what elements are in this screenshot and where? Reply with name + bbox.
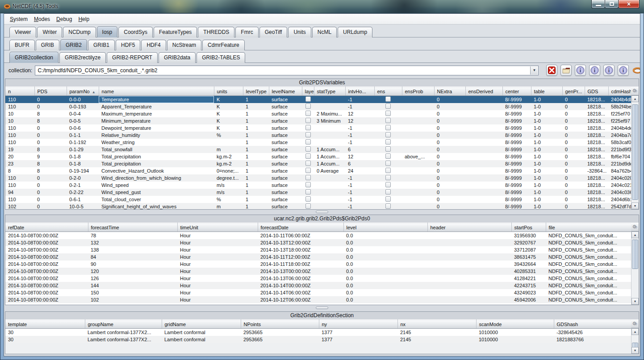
cell[interactable]: Wind_direction_from_which_blowing (99, 174, 214, 182)
cell[interactable]: 0 (562, 167, 585, 174)
divider-handle[interactable] (316, 211, 328, 213)
column-header-ens[interactable]: ens (374, 87, 402, 96)
cell[interactable]: 8/-9999 (502, 103, 531, 110)
column-header-levelname[interactable]: levelName (269, 87, 302, 96)
cell[interactable]: 18218... (585, 174, 608, 182)
checkbox[interactable] (385, 118, 391, 123)
cell[interactable] (465, 146, 502, 153)
tab-grib2collection[interactable]: GRIB2collection (9, 52, 59, 63)
cell[interactable]: 6 (345, 146, 374, 153)
cell[interactable] (314, 124, 345, 132)
cell[interactable] (465, 182, 502, 189)
pds-scrollbar[interactable]: ▲ ▼ (631, 95, 639, 209)
cell[interactable]: 110 (5, 96, 34, 103)
checkbox[interactable] (305, 168, 311, 173)
cell[interactable] (302, 174, 314, 182)
column-header-file[interactable]: file (546, 223, 633, 232)
cell[interactable]: 1-0 (531, 110, 562, 117)
cell[interactable]: 1377 (319, 329, 397, 336)
cell[interactable]: 8 (5, 167, 34, 174)
cell[interactable]: surface (269, 167, 302, 174)
cell[interactable] (374, 189, 402, 196)
cell[interactable]: 8/-9999 (502, 124, 531, 132)
column-header-paramno[interactable]: paramNo▲ (67, 87, 99, 96)
cell[interactable]: 102 (5, 203, 34, 210)
cell[interactable] (314, 182, 345, 189)
table-row[interactable]: 880-19-194Convective_Hazard_Outlook0=non… (5, 167, 634, 174)
scroll-thumb[interactable] (632, 240, 638, 269)
cell[interactable]: 19 (5, 146, 34, 153)
cell[interactable]: 1 (243, 117, 269, 124)
cell[interactable]: 0 (434, 139, 465, 146)
cell[interactable] (374, 96, 402, 103)
close-button[interactable]: × (618, 0, 640, 8)
cell[interactable]: Temperature (99, 96, 214, 103)
restore-button[interactable] (605, 0, 619, 8)
cell[interactable]: 58b2f4be (608, 103, 634, 110)
cell[interactable] (314, 203, 345, 210)
cell[interactable]: 2404c020 (608, 174, 634, 182)
cell[interactable]: 0 (562, 189, 585, 196)
cell[interactable]: K (214, 117, 243, 124)
cell[interactable]: 0-2-22 (67, 189, 99, 196)
cell[interactable]: 1 (243, 182, 269, 189)
checkbox[interactable] (385, 203, 391, 209)
checkbox[interactable] (385, 175, 391, 180)
cell[interactable]: surface (269, 124, 302, 132)
cell[interactable]: 0 (434, 160, 465, 167)
cell[interactable]: 2014-10-13T18:00:00Z (258, 246, 343, 253)
cell[interactable]: 102 (88, 296, 177, 303)
info-button-3[interactable]: i (603, 65, 615, 76)
column-header-gdshash[interactable]: GDShash (554, 320, 633, 329)
cell[interactable]: 120 (88, 268, 177, 275)
cell[interactable]: 0 (562, 117, 585, 124)
column-header-timeunit[interactable]: timeUnit (177, 223, 258, 232)
split-divider-2[interactable] (4, 305, 640, 310)
cell[interactable]: 41284221 (511, 275, 546, 282)
cell[interactable] (402, 110, 434, 117)
cell[interactable]: 2404ba7d (608, 132, 634, 139)
cell[interactable] (465, 96, 502, 103)
cell[interactable]: surface (269, 153, 302, 160)
table-row[interactable]: 2014-10-08T00:00:00Z138Hour2014-10-13T18… (5, 246, 633, 253)
cell[interactable]: Lambert conformal-1377X2... (85, 336, 162, 343)
cell[interactable]: 0 (434, 96, 465, 103)
cell[interactable]: 1-0 (531, 174, 562, 182)
cell[interactable] (302, 96, 314, 103)
cell[interactable]: 2404d6b1 (608, 196, 634, 203)
cell[interactable] (314, 139, 345, 146)
table-row[interactable]: 11000-2-0Wind_direction_from_which_blowi… (5, 174, 634, 182)
cell[interactable]: 18218... (585, 117, 608, 124)
table-row[interactable]: 11000-1-1Relative_humidity%1surface-108/… (5, 132, 634, 139)
cell[interactable] (402, 174, 434, 182)
info-button-4[interactable]: i (618, 65, 629, 76)
cell[interactable]: f225ef97 (608, 117, 634, 124)
menu-modes[interactable]: Modes (31, 15, 53, 24)
cell[interactable]: 1 (243, 203, 269, 210)
cell[interactable]: 18218... (585, 139, 608, 146)
tab-coordsys[interactable]: CoordSys (118, 27, 153, 37)
cell[interactable]: surface (269, 110, 302, 117)
tab-grib1[interactable]: GRIB1 (88, 40, 115, 50)
cell[interactable]: 0 (562, 196, 585, 203)
cell[interactable]: 0-1-29 (67, 146, 99, 153)
cell[interactable] (402, 189, 434, 196)
cell[interactable]: surface (269, 196, 302, 203)
menu-help[interactable]: Help (75, 15, 92, 24)
cell[interactable]: 2014-10-14T06:00:00Z (258, 289, 343, 296)
cell[interactable]: 2145 (397, 336, 476, 343)
cell[interactable]: 2014-10-13T00:00:00Z (258, 268, 343, 275)
cell[interactable]: 1-0 (531, 203, 562, 210)
scroll-up-icon[interactable]: ▲ (631, 95, 639, 102)
cell[interactable]: NDFD_CONUS_5km_conduit... (546, 268, 633, 275)
tab-ncdump[interactable]: NCDump (63, 27, 96, 37)
cell[interactable]: 1-0 (531, 96, 562, 103)
cell[interactable]: m (214, 146, 243, 153)
cell[interactable]: 0 (562, 132, 585, 139)
cell[interactable]: K (214, 103, 243, 110)
cell[interactable]: 18218... (585, 189, 608, 196)
cell[interactable]: 23 (5, 160, 34, 167)
cell[interactable] (427, 239, 511, 246)
cell[interactable]: Wind_speed (99, 182, 214, 189)
checkbox[interactable] (305, 203, 311, 209)
